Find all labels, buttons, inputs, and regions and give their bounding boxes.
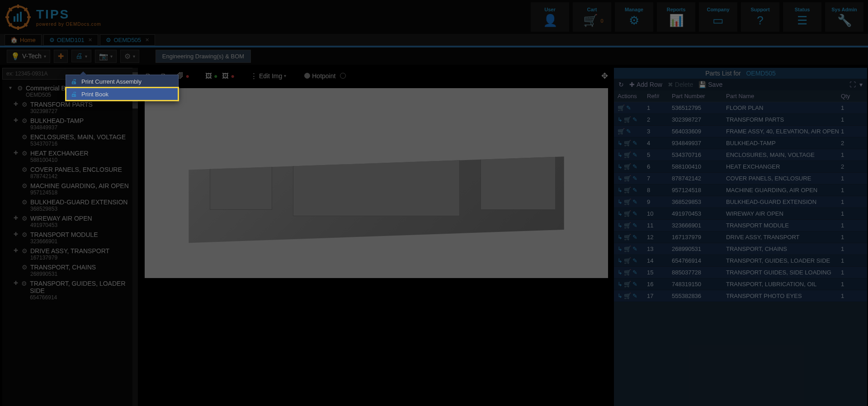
table-row[interactable]: 🛒 ✎ 1 536512795 FLOOR PLAN 1 xyxy=(614,102,867,114)
drill-icon[interactable]: ↳ xyxy=(618,175,623,182)
edit-icon[interactable]: ✎ xyxy=(632,269,637,276)
nav-tile-cart[interactable]: Cart 🛒0 xyxy=(573,2,611,32)
edit-icon[interactable]: ✎ xyxy=(632,116,637,123)
table-row[interactable]: ↳ 🛒 ✎ 6 588100410 HEAT EXCHANGER 2 xyxy=(614,161,867,173)
tree-node[interactable]: ✚ ⚙ DRIVE ASSY, TRANSPORT 167137979 xyxy=(2,246,138,262)
expand-icon[interactable]: ✚ xyxy=(14,280,19,286)
expand-icon[interactable]: ✚ xyxy=(14,215,19,221)
cart-icon[interactable]: 🛒 xyxy=(624,222,631,229)
edit-icon[interactable]: ✎ xyxy=(632,198,637,205)
edit-icon[interactable]: ✎ xyxy=(632,163,637,170)
nav-tile-user[interactable]: User 👤 xyxy=(531,2,569,32)
drill-icon[interactable]: ↳ xyxy=(618,222,623,229)
drill-icon[interactable]: ↳ xyxy=(618,257,623,264)
nav-tile-sys-admin[interactable]: Sys Admin 🔧 xyxy=(825,2,863,32)
table-row[interactable]: ↳ 🛒 ✎ 4 934849937 BULKHEAD-TAMP 2 xyxy=(614,137,867,149)
expand-icon[interactable]: ✚ xyxy=(14,247,19,254)
edit-icon[interactable]: ✎ xyxy=(626,128,631,135)
collapse-icon[interactable]: ▾ xyxy=(9,85,14,91)
cart-icon[interactable]: 🛒 xyxy=(624,257,631,264)
edit-icon[interactable]: ✎ xyxy=(632,187,637,194)
drill-icon[interactable]: ↳ xyxy=(618,140,623,146)
edit-icon[interactable]: ✎ xyxy=(632,234,637,241)
tree-node[interactable]: ⚙ BULKHEAD-GUARD EXTENSION 368529853 xyxy=(2,197,138,213)
cart-icon[interactable]: 🛒 xyxy=(624,234,631,241)
tab-doc2[interactable]: ⚙ OEMD505 ✕ xyxy=(100,34,155,46)
tree-node[interactable]: ✚ ⚙ TRANSPORT MODULE 323666901 xyxy=(2,230,138,246)
subtab-engineering[interactable]: Engineering Drawing(s) & BOM xyxy=(156,50,251,63)
cart-icon[interactable]: 🛒 xyxy=(618,104,625,111)
refresh-button[interactable]: ↻ xyxy=(618,81,624,88)
tree-node[interactable]: ✚ ⚙ BULKHEAD-TAMP 934849937 xyxy=(2,116,138,132)
drill-icon[interactable]: ↳ xyxy=(618,269,623,276)
tab-doc1[interactable]: ⚙ OEMD101 ✕ xyxy=(43,34,99,46)
table-row[interactable]: ↳ 🛒 ✎ 2 302398727 TRANSFORM PARTS 1 xyxy=(614,114,867,126)
settings-dropdown[interactable]: ⚙ ▾ xyxy=(120,50,139,63)
cart-icon[interactable]: 🛒 xyxy=(624,187,631,194)
table-row[interactable]: ↳ 🛒 ✎ 14 654766914 TRANSPORT, GUIDES, LO… xyxy=(614,255,867,267)
nav-tile-support[interactable]: Support ? xyxy=(741,2,779,32)
drill-icon[interactable]: ↳ xyxy=(618,198,623,205)
expand-icon[interactable]: ✚ xyxy=(14,101,19,107)
edit-icon[interactable]: ✎ xyxy=(632,140,637,146)
tree-node[interactable]: ✚ ⚙ WIREWAY AIR OPEN 491970453 xyxy=(2,213,138,230)
tree-node[interactable]: ⚙ COVER PANELS, ENCLOSURE 878742142 xyxy=(2,165,138,181)
table-row[interactable]: ↳ 🛒 ✎ 11 323666901 TRANSPORT MODULE 1 xyxy=(614,220,867,231)
edit-img-dropdown[interactable]: ⋮Edit Img▾ xyxy=(250,72,286,80)
add-row-button[interactable]: ✚Add Row xyxy=(629,81,662,88)
expand-icon[interactable]: ✚ xyxy=(14,117,19,123)
table-row[interactable]: ↳ 🛒 ✎ 8 957124518 MACHINE GUARDING, AIR … xyxy=(614,184,867,196)
edit-icon[interactable]: ✎ xyxy=(626,104,631,111)
print-dropdown-button[interactable]: 🖨 ▾ xyxy=(71,50,91,62)
edit-icon[interactable]: ✎ xyxy=(632,293,637,299)
camera-dropdown[interactable]: 📷 ▾ xyxy=(95,50,117,63)
print-book[interactable]: 🖨 Print Book xyxy=(66,88,178,100)
drill-icon[interactable]: ↳ xyxy=(618,163,623,170)
vtech-dropdown[interactable]: 💡 V-Tech ▾ xyxy=(7,50,50,63)
close-icon[interactable]: ✕ xyxy=(145,37,149,43)
cart-icon[interactable]: 🛒 xyxy=(624,210,631,217)
hotpoint-radio[interactable]: Hotpoint xyxy=(304,72,335,80)
table-row[interactable]: ↳ 🛒 ✎ 7 878742142 COVER PANELS, ENCLOSUR… xyxy=(614,173,867,184)
drill-icon[interactable]: ↳ xyxy=(618,187,623,194)
tree-node[interactable]: ⚙ TRANSPORT, CHAINS 268990531 xyxy=(2,262,138,279)
nav-tile-manage[interactable]: Manage ⚙ xyxy=(615,2,653,32)
cart-icon[interactable]: 🛒 xyxy=(624,293,631,299)
edit-icon[interactable]: ✎ xyxy=(632,257,637,264)
scrollbar[interactable] xyxy=(132,68,138,406)
cart-icon[interactable]: 🛒 xyxy=(624,198,631,205)
cart-icon[interactable]: 🛒 xyxy=(624,116,631,123)
drill-icon[interactable]: ↳ xyxy=(618,116,623,123)
nav-tile-status[interactable]: Status ☰ xyxy=(783,2,821,32)
drawing-canvas[interactable] xyxy=(145,88,608,278)
print-current-assembly[interactable]: 🖨 Print Current Assembly xyxy=(66,75,178,88)
cart-icon[interactable]: 🛒 xyxy=(624,163,631,170)
remove-image-button[interactable]: 🖼● xyxy=(222,72,234,80)
table-row[interactable]: ↳ 🛒 ✎ 10 491970453 WIREWAY AIR OPEN 1 xyxy=(614,208,867,220)
cart-icon[interactable]: 🛒 xyxy=(624,151,631,158)
tree-node[interactable]: ⚙ ENCLOSURES, MAIN, VOLTAGE 534370716 xyxy=(2,132,138,148)
edit-icon[interactable]: ✎ xyxy=(632,210,637,217)
table-row[interactable]: ↳ 🛒 ✎ 5 534370716 ENCLOSURES, MAIN, VOLT… xyxy=(614,149,867,161)
expand-button[interactable]: ⛶ xyxy=(849,81,856,88)
nav-tile-reports[interactable]: Reports 📊 xyxy=(657,2,695,32)
tree-node[interactable]: ✚ ⚙ HEAT EXCHANGER 588100410 xyxy=(2,148,138,165)
cart-icon[interactable]: 🛒 xyxy=(624,175,631,182)
drill-icon[interactable]: ↳ xyxy=(618,281,623,288)
drill-icon[interactable]: ↳ xyxy=(618,210,623,217)
radio-empty[interactable] xyxy=(340,73,346,79)
cart-icon[interactable]: 🛒 xyxy=(624,245,631,252)
nav-tile-company[interactable]: Company ▭ xyxy=(699,2,737,32)
tree-node[interactable]: ⚙ MACHINE GUARDING, AIR OPEN 957124518 xyxy=(2,181,138,197)
table-row[interactable]: ↳ 🛒 ✎ 15 885037728 TRANSPORT GUIDES, SID… xyxy=(614,267,867,279)
tree-node[interactable]: ✚ ⚙ TRANSFORM PARTS 302398727 xyxy=(2,99,138,116)
edit-icon[interactable]: ✎ xyxy=(632,175,637,182)
edit-icon[interactable]: ✎ xyxy=(632,281,637,288)
menu-button[interactable]: ▾ xyxy=(859,81,863,88)
tree-node[interactable]: ✚ ⚙ TRANSPORT, GUIDES, LOADER SIDE 65476… xyxy=(2,279,138,302)
tab-home[interactable]: 🏠 Home xyxy=(5,34,42,46)
cart-icon[interactable]: 🛒 xyxy=(624,140,631,146)
copy-remove-button[interactable]: 🗐● xyxy=(177,72,189,80)
add-button[interactable]: ✚ xyxy=(54,50,68,63)
table-row[interactable]: 🛒 ✎ 3 564033609 FRAME ASSY, 40, ELEVATIO… xyxy=(614,126,867,137)
